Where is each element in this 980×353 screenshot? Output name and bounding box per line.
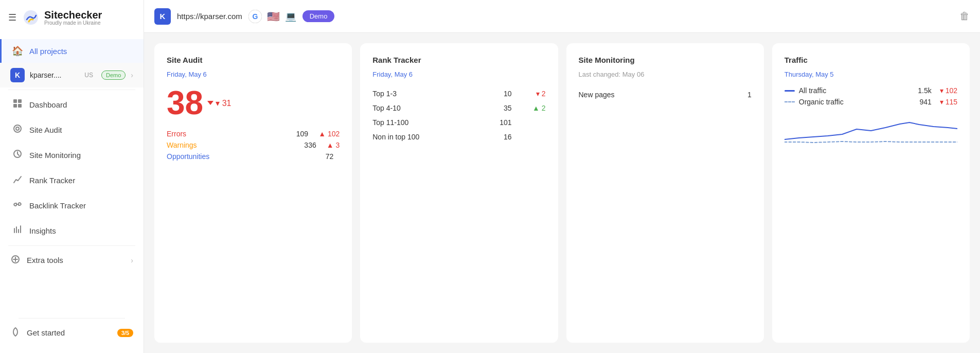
audit-stats: Errors 109 ▲ 102 Warnings 336 ▲ 3 Opport… xyxy=(167,130,340,161)
all-traffic-label: All traffic xyxy=(799,86,826,95)
svg-rect-1 xyxy=(18,99,22,103)
demo-badge[interactable]: Demo xyxy=(302,10,335,22)
rank-row-count: 35 xyxy=(475,101,520,115)
trash-icon[interactable]: 🗑 xyxy=(959,10,970,22)
site-monitoring-date: Last changed: May 06 xyxy=(579,70,752,78)
traffic-date: Thursday, May 5 xyxy=(785,70,957,78)
traffic-title: Traffic xyxy=(785,56,957,64)
extra-tools-icon xyxy=(10,254,21,266)
errors-change: ▲ 102 xyxy=(318,130,340,138)
app-tagline: Proudly made in Ukraine xyxy=(44,20,102,26)
audit-score: 38 xyxy=(167,86,203,119)
score-row: 38 ▾ 31 xyxy=(167,86,340,119)
all-traffic-row: All traffic 1.5k ▾ 102 xyxy=(785,86,957,95)
site-monitoring-title: Site Monitoring xyxy=(579,56,752,64)
rank-tracker-title: Rank Tracker xyxy=(372,56,545,64)
nav-label-all-projects: All projects xyxy=(29,47,67,56)
project-demo-badge: Demo xyxy=(101,70,126,80)
rank-tracker-date: Friday, May 6 xyxy=(372,70,545,78)
project-initial: K xyxy=(10,68,25,82)
svg-point-5 xyxy=(16,127,19,130)
warnings-change: ▲ 3 xyxy=(327,141,340,149)
opportunities-label: Opportunities xyxy=(167,152,209,161)
flag-icon: 🇺🇸 xyxy=(267,10,280,23)
app-name: Sitechecker xyxy=(44,10,102,20)
project-item-kparser[interactable]: K kparser.... US Demo › xyxy=(0,63,144,87)
errors-row: Errors 109 ▲ 102 xyxy=(167,130,340,138)
site-audit-title: Site Audit xyxy=(167,56,340,64)
get-started-icon xyxy=(10,327,21,339)
rank-row-change xyxy=(520,130,546,144)
rank-tracker-table: Top 1-310▾ 2Top 4-1035▲ 2Top 11-100101No… xyxy=(372,86,545,144)
svg-rect-3 xyxy=(18,104,22,108)
warnings-row: Warnings 336 ▲ 3 xyxy=(167,141,340,149)
top-bar: K https://kparser.com G 🇺🇸 💻 Demo 🗑 xyxy=(144,0,980,33)
opportunities-count: 72 xyxy=(326,152,334,161)
rank-row-change: ▲ 2 xyxy=(520,101,546,115)
nav-label-extra-tools: Extra tools xyxy=(27,256,63,264)
new-pages-row: New pages 1 xyxy=(579,91,752,99)
divider-2 xyxy=(8,245,135,246)
site-monitoring-icon xyxy=(12,149,23,162)
organic-traffic-row: Organic traffic 941 ▾ 115 xyxy=(785,98,957,106)
nav-label-insights: Insights xyxy=(29,226,56,235)
hamburger-icon[interactable]: ☰ xyxy=(8,12,16,23)
traffic-chart-svg xyxy=(785,116,957,147)
warnings-count: 336 xyxy=(304,141,316,149)
sidebar-item-extra-tools[interactable]: Extra tools › xyxy=(0,248,144,272)
logo-icon xyxy=(22,8,40,27)
rank-row-change xyxy=(520,115,546,130)
sidebar-item-all-projects[interactable]: 🏠 All projects xyxy=(0,39,144,63)
top-bar-icons: G 🇺🇸 💻 xyxy=(248,10,296,23)
site-url: https://kparser.com xyxy=(177,12,242,21)
extra-tools-chevron: › xyxy=(131,256,133,264)
new-pages-count: 1 xyxy=(747,91,752,99)
traffic-rows: All traffic 1.5k ▾ 102 Organic traffic 9… xyxy=(785,86,957,106)
dashboard-icon xyxy=(12,98,23,111)
all-traffic-line xyxy=(785,90,795,92)
errors-count: 109 xyxy=(296,130,308,138)
get-started-progress: 3/5 xyxy=(117,329,133,337)
organic-traffic-change: ▾ 115 xyxy=(940,98,957,106)
svg-marker-13 xyxy=(207,101,213,105)
organic-traffic-chart-line xyxy=(785,142,957,143)
project-name: kparser.... xyxy=(30,71,79,79)
organic-traffic-value: 941 xyxy=(919,98,931,106)
rank-table-row: Top 11-100101 xyxy=(372,115,545,130)
sidebar-item-site-monitoring[interactable]: Site Monitoring xyxy=(0,143,144,168)
home-icon: 🏠 xyxy=(12,45,23,57)
google-icon: G xyxy=(248,10,262,23)
rank-tracker-icon xyxy=(12,174,23,187)
rank-row-count: 16 xyxy=(475,130,520,144)
sidebar-item-backlink-tracker[interactable]: Backlink Tracker xyxy=(0,193,144,218)
organic-traffic-label: Organic traffic xyxy=(799,98,844,106)
backlink-tracker-icon xyxy=(12,199,23,212)
traffic-card: Traffic Thursday, May 5 All traffic 1.5k… xyxy=(772,43,970,343)
traffic-chart xyxy=(785,116,957,330)
project-country: US xyxy=(84,72,93,79)
sidebar-item-site-audit[interactable]: Site Audit xyxy=(0,117,144,143)
audit-score-change: ▾ 31 xyxy=(207,98,231,108)
site-initial-badge: K xyxy=(154,8,171,25)
svg-point-4 xyxy=(14,125,21,132)
sidebar-item-get-started[interactable]: Get started 3/5 xyxy=(10,321,133,345)
organic-traffic-line xyxy=(785,101,795,103)
all-traffic-value: 1.5k xyxy=(918,86,931,95)
site-audit-date: Friday, May 6 xyxy=(167,70,340,78)
rank-table-row: Top 4-1035▲ 2 xyxy=(372,101,545,115)
rank-row-label: Top 1-3 xyxy=(372,86,475,101)
rank-row-label: Non in top 100 xyxy=(372,130,475,144)
sidebar-item-dashboard[interactable]: Dashboard xyxy=(0,92,144,117)
nav-label-site-monitoring: Site Monitoring xyxy=(29,151,81,160)
cards-area: Site Audit Friday, May 6 38 ▾ 31 Errors … xyxy=(144,33,980,353)
svg-rect-2 xyxy=(13,104,17,108)
sidebar-item-insights[interactable]: Insights xyxy=(0,218,144,243)
nav-label-site-audit: Site Audit xyxy=(29,126,62,134)
main-content: K https://kparser.com G 🇺🇸 💻 Demo 🗑 Site… xyxy=(144,0,980,353)
sidebar-item-rank-tracker[interactable]: Rank Tracker xyxy=(0,168,144,193)
divider xyxy=(8,90,135,90)
divider-3 xyxy=(19,318,125,319)
score-down-arrow xyxy=(207,100,213,106)
sidebar-nav: 🏠 All projects K kparser.... US Demo › D… xyxy=(0,35,144,308)
new-pages-label: New pages xyxy=(579,91,615,99)
